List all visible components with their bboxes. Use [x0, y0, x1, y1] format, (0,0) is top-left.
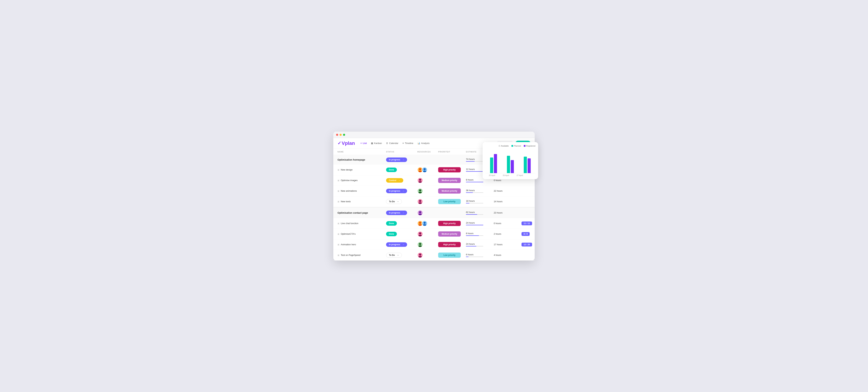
remaining-cell: 22 hours: [494, 190, 522, 192]
svg-point-17: [418, 235, 422, 236]
timeline-icon: ≡: [403, 142, 404, 144]
task-label: Test on PageSpeed: [341, 254, 361, 256]
table-row[interactable]: Optimisation contact page In progress → …: [333, 208, 535, 218]
table-row[interactable]: ▣ Live chat function Done High priority …: [333, 218, 535, 229]
status-badge[interactable]: To Do →: [386, 253, 402, 258]
kanban-icon: ▦: [371, 142, 373, 144]
status-badge[interactable]: In progress →: [386, 242, 407, 247]
status-badge[interactable]: Done: [386, 168, 397, 172]
progress-bar-fill: [466, 203, 469, 203]
avatar: [422, 221, 427, 226]
svg-point-21: [418, 256, 422, 258]
estimate-cell: 8 hours: [466, 232, 494, 236]
status-badge[interactable]: To Do →: [386, 199, 402, 204]
task-icon: ▣: [338, 179, 339, 182]
table-row[interactable]: ▣ New texts To Do → Low priority 18 hour…: [333, 196, 535, 207]
chart-label-1: 25 April: [487, 174, 497, 176]
group-name: Optimisation homepage: [338, 158, 386, 161]
estimate-cell: 62 hours: [466, 211, 494, 215]
nav-timeline[interactable]: ≡ Timeline: [403, 141, 413, 145]
progress-bar-bg: [466, 171, 483, 172]
task-icon: ▣: [338, 169, 339, 171]
registered-bar-2: [511, 160, 514, 173]
priority-badge: High priority: [438, 221, 461, 226]
priority-cell: High priority: [438, 242, 466, 247]
priority-badge: Low priority: [438, 199, 461, 204]
svg-point-3: [423, 170, 426, 172]
table-row[interactable]: ▣ Animation hero In progress → High prio…: [333, 239, 535, 250]
progress-bar-fill: [466, 161, 475, 162]
table-row[interactable]: ▣ New animations In progress → Medium pr…: [333, 186, 535, 196]
priority-cell: Medium priority: [438, 188, 466, 194]
counter-badge: 8 / 8: [522, 232, 530, 236]
group-label: Optimisation homepage: [338, 158, 365, 161]
remaining-cell: 23 hours: [494, 211, 522, 214]
table-row[interactable]: ▣ OptimiseCTA's Done Medium priority 8 h…: [333, 229, 535, 239]
svg-point-0: [419, 168, 421, 170]
progress-bar-bg: [466, 192, 483, 193]
status-cell: Done: [386, 221, 417, 226]
resources-cell: [417, 177, 438, 183]
task-icon: ▣: [338, 222, 339, 225]
status-badge[interactable]: In progress →: [386, 189, 407, 193]
estimate-cell: 36 hours: [466, 189, 494, 193]
progress-bar-bg: [466, 225, 483, 225]
col-name: NAME: [338, 151, 386, 153]
svg-point-8: [419, 200, 421, 202]
estimate-hours: 24 hours: [466, 222, 494, 224]
status-cell: Control →: [386, 178, 417, 183]
chart-labels: 25 April 26 April 27 April: [485, 173, 535, 176]
priority-badge: Low priority: [438, 253, 461, 258]
planned-bar-3: [524, 157, 527, 173]
nav-analysis[interactable]: 📊 Analysis: [417, 141, 430, 145]
nav-calendar[interactable]: 🗓 Calendar: [386, 141, 398, 145]
analysis-icon: 📊: [417, 142, 420, 144]
svg-point-13: [418, 224, 422, 226]
avatar: [417, 177, 423, 183]
resources-cell: [417, 210, 438, 216]
resources-cell: [417, 221, 438, 226]
status-badge[interactable]: In progress →: [386, 158, 407, 162]
avatar: [417, 242, 423, 247]
task-name: ▣ Live chat function: [338, 222, 386, 225]
priority-cell: High priority: [438, 167, 466, 172]
counter-badge: 12 / 20: [522, 243, 532, 247]
status-badge[interactable]: In progress →: [386, 210, 407, 215]
minimize-dot[interactable]: [340, 134, 342, 136]
remaining-cell: 0 hours: [494, 179, 522, 182]
group-status-cell: In progress →: [386, 210, 417, 215]
estimate-hours: 18 hours: [466, 200, 494, 202]
registered-bar-3: [528, 158, 531, 173]
priority-cell: Low priority: [438, 199, 466, 204]
resources-cell: [417, 167, 438, 172]
counter-cell: 8 / 8: [522, 232, 535, 236]
status-badge[interactable]: Control →: [386, 178, 403, 183]
svg-point-19: [418, 245, 422, 247]
task-name: ▣ OptimiseCTA's: [338, 233, 386, 235]
nav-kanban[interactable]: ▦ Kanban: [371, 141, 382, 145]
calendar-icon: 🗓: [386, 142, 388, 144]
close-dot[interactable]: [336, 134, 338, 136]
progress-bar-fill: [466, 235, 479, 236]
chart-group-2: [504, 152, 517, 173]
svg-point-5: [418, 181, 422, 183]
resources-cell: [417, 242, 438, 247]
chart-legend: Available Planned Registered: [485, 145, 535, 147]
resources-cell: [417, 252, 438, 258]
task-icon: ▣: [338, 233, 339, 235]
chart-area: [485, 149, 535, 173]
task-name: ▣ Animation hero: [338, 243, 386, 246]
priority-badge: Medium priority: [438, 178, 461, 183]
progress-bar-bg: [466, 161, 483, 162]
table-row[interactable]: ▣ Test on PageSpeed To Do → Low priority…: [333, 250, 535, 261]
chart-group-1: [487, 152, 500, 173]
nav-list[interactable]: ≡ List: [361, 141, 367, 145]
task-icon: ▣: [338, 254, 339, 256]
estimate-hours: 36 hours: [466, 189, 494, 192]
status-badge[interactable]: Done: [386, 232, 397, 236]
progress-bar-bg: [466, 203, 483, 203]
status-badge[interactable]: Done: [386, 221, 397, 226]
chart-group-3: [521, 152, 534, 173]
avatar: [417, 231, 423, 237]
maximize-dot[interactable]: [343, 134, 345, 136]
